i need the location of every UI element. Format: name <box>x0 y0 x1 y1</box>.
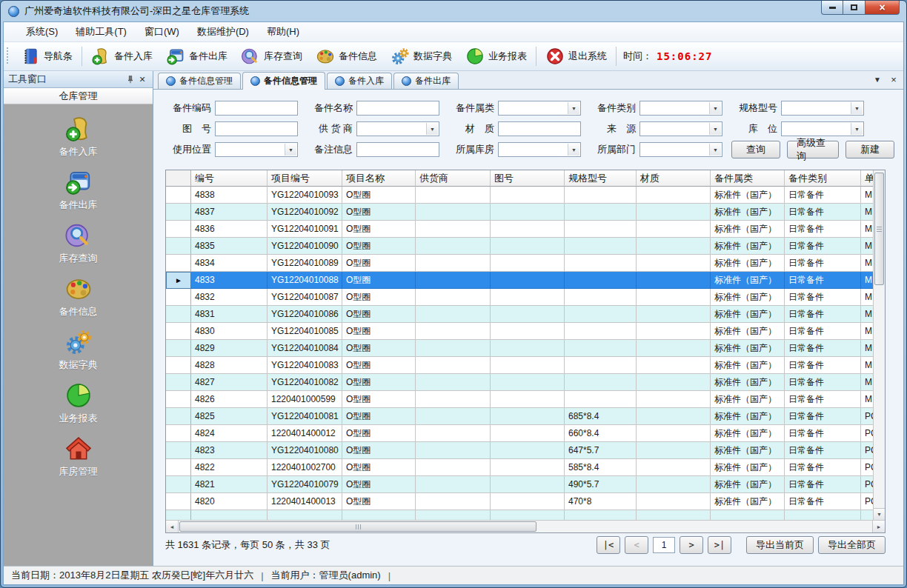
row-indicator-cell[interactable]: ► <box>166 272 191 289</box>
row-indicator-cell[interactable] <box>166 340 191 357</box>
menu-item[interactable]: 窗口(W) <box>136 23 188 41</box>
menu-item[interactable]: 辅助工具(T) <box>67 23 136 41</box>
toolbar-button[interactable]: 备件信息 <box>309 45 384 67</box>
toolbar-button[interactable]: 数据字典 <box>384 45 459 67</box>
search-input[interactable] <box>215 121 298 136</box>
toolbar-button[interactable]: 退出系统 <box>539 45 614 67</box>
new-button[interactable]: 新建 <box>845 141 894 158</box>
search-input[interactable] <box>215 101 298 116</box>
column-header[interactable]: 编号 <box>191 170 268 187</box>
advanced-query-button[interactable]: 高级查询 <box>787 141 839 158</box>
sidebar-item[interactable]: 备件入库 <box>59 115 98 158</box>
table-row[interactable]: 48221220401002700O型圈585*8.4标准件（国产）日常备件PC <box>166 459 873 476</box>
sidebar-item[interactable]: 数据字典 <box>59 328 98 372</box>
search-select[interactable]: ▼ <box>781 121 864 136</box>
column-header[interactable]: 单位 <box>861 170 873 187</box>
horizontal-scrollbar-thumb[interactable] <box>179 521 536 532</box>
search-select[interactable]: ▼ <box>639 142 722 157</box>
column-header[interactable]: 图号 <box>491 170 565 187</box>
menu-item[interactable]: 数据维护(D) <box>188 23 258 41</box>
sidebar-item[interactable]: 备件出库 <box>59 168 98 212</box>
sidebar-item[interactable]: 库房管理 <box>59 435 98 478</box>
table-row[interactable]: 48261220401000599O型圈标准件（国产）日常备件M <box>166 391 873 408</box>
search-input[interactable] <box>498 121 581 136</box>
minimize-button[interactable] <box>821 1 843 15</box>
column-header[interactable]: 项目名称 <box>342 170 416 187</box>
sidebar-item[interactable]: 库存查询 <box>59 221 98 265</box>
table-row[interactable]: 48201220401400013O型圈470*8标准件（国产）日常备件PC <box>166 493 873 510</box>
column-header[interactable]: 材质 <box>637 170 711 187</box>
table-row[interactable]: 4837YG12204010092O型圈标准件（国产）日常备件M <box>166 204 873 221</box>
scroll-left-button[interactable]: ◄ <box>166 521 179 532</box>
row-indicator-cell[interactable] <box>166 459 191 476</box>
toolbar-button[interactable]: 备件入库 <box>84 45 159 67</box>
row-indicator-cell[interactable] <box>166 476 191 493</box>
close-button[interactable]: × <box>866 1 900 15</box>
column-header[interactable]: 项目编号 <box>268 170 342 187</box>
table-row[interactable]: 4821YG12204010079O型圈490*5.7标准件（国产）日常备件PC <box>166 476 873 493</box>
prev-page-button[interactable]: < <box>625 536 648 554</box>
current-page-input[interactable]: 1 <box>653 537 675 553</box>
column-header[interactable]: 备件属类 <box>711 170 785 187</box>
row-indicator-cell[interactable] <box>166 187 191 204</box>
tab[interactable]: 备件入库 <box>327 73 392 89</box>
table-row[interactable]: 4838YG12204010093O型圈标准件（国产）日常备件M <box>166 187 873 204</box>
row-indicator-cell[interactable] <box>166 221 191 238</box>
last-page-button[interactable]: >| <box>708 536 731 554</box>
row-indicator-cell[interactable] <box>166 238 191 255</box>
row-indicator-cell[interactable] <box>166 442 191 459</box>
sidebar-group-title[interactable]: 仓库管理 <box>4 88 153 104</box>
row-indicator-cell[interactable] <box>166 204 191 221</box>
table-row[interactable]: 4827YG12204010082O型圈标准件（国产）日常备件M <box>166 374 873 391</box>
first-page-button[interactable]: |< <box>597 536 620 554</box>
row-indicator-cell[interactable] <box>166 425 191 442</box>
export-current-page-button[interactable]: 导出当前页 <box>746 536 814 554</box>
tab[interactable]: 备件出库 <box>393 73 459 89</box>
row-indicator-cell[interactable] <box>166 306 191 323</box>
table-row[interactable]: 4831YG12204010086O型圈标准件（国产）日常备件M <box>166 306 873 323</box>
table-row[interactable]: 4825YG12204010081O型圈685*8.4标准件（国产）日常备件PC <box>166 408 873 425</box>
table-row[interactable]: 4829YG12204010084O型圈标准件（国产）日常备件M <box>166 340 873 357</box>
toolbar-button[interactable]: 库存查询 <box>234 45 309 67</box>
search-select[interactable]: ▼ <box>498 101 581 116</box>
search-select[interactable]: ▼ <box>356 121 439 136</box>
table-row[interactable]: 48241220401400012O型圈660*8.4标准件（国产）日常备件PC <box>166 425 873 442</box>
vertical-scrollbar-thumb[interactable] <box>874 173 884 285</box>
menu-item[interactable]: 帮助(H) <box>258 23 308 41</box>
row-indicator-cell[interactable] <box>166 357 191 374</box>
tab[interactable]: 备件信息管理 <box>242 72 325 90</box>
vertical-scrollbar[interactable]: ▼ <box>873 170 885 520</box>
row-indicator-cell[interactable] <box>166 391 191 408</box>
column-header[interactable]: 供货商 <box>416 170 491 187</box>
search-input[interactable] <box>356 142 439 157</box>
sidebar-item[interactable]: 业务报表 <box>59 381 98 425</box>
toolbar-grip[interactable] <box>7 47 10 65</box>
search-input[interactable] <box>356 101 439 116</box>
search-select[interactable]: ▼ <box>215 142 298 157</box>
table-row[interactable]: 4828YG12204010083O型圈标准件（国产）日常备件M <box>166 357 873 374</box>
sidebar-item[interactable]: 备件信息 <box>59 275 98 318</box>
search-select[interactable]: ▼ <box>639 121 722 136</box>
table-row[interactable]: 4836YG12204010091O型圈标准件（国产）日常备件M <box>166 221 873 238</box>
row-indicator-cell[interactable] <box>166 323 191 340</box>
search-select[interactable]: ▼ <box>781 101 864 116</box>
row-indicator-cell[interactable] <box>166 289 191 306</box>
horizontal-scrollbar[interactable]: ◄ ► <box>166 520 885 532</box>
row-indicator-cell[interactable] <box>166 255 191 272</box>
row-indicator-cell[interactable] <box>166 493 191 510</box>
tab[interactable]: 备件信息管理 <box>158 73 241 89</box>
sidebar-close-button[interactable]: × <box>136 73 148 85</box>
export-all-pages-button[interactable]: 导出全部页 <box>818 536 886 554</box>
scroll-right-button[interactable]: ► <box>872 521 885 532</box>
column-header[interactable]: 备件类别 <box>785 170 861 187</box>
table-row[interactable]: 4834YG12204010089O型圈标准件（国产）日常备件M <box>166 255 873 272</box>
column-header[interactable]: 规格型号 <box>565 170 637 187</box>
scroll-down-button[interactable]: ▼ <box>874 508 885 520</box>
tab-close-button[interactable]: × <box>888 74 899 84</box>
row-indicator-cell[interactable] <box>166 374 191 391</box>
table-row[interactable]: ►4833YG12204010088O型圈标准件（国产）日常备件M <box>166 272 873 289</box>
row-indicator-header[interactable] <box>166 170 191 187</box>
row-indicator-cell[interactable] <box>166 408 191 425</box>
search-select[interactable]: ▼ <box>498 142 581 157</box>
toolbar-button[interactable]: 备件出库 <box>159 45 234 67</box>
